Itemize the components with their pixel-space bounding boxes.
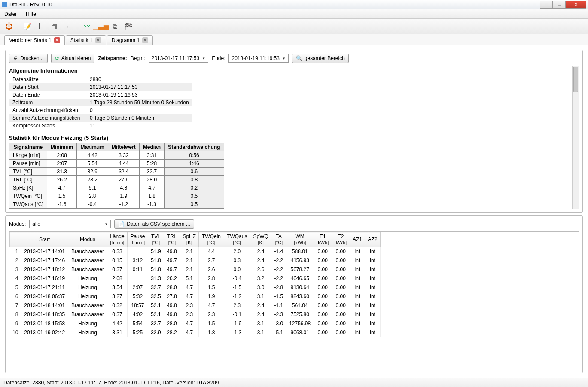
grid-cell: 2.4 xyxy=(250,301,271,310)
tab-1[interactable]: Statistik 1✕ xyxy=(66,35,106,45)
grid-cell: 1 xyxy=(10,247,21,256)
grid-cell: 2.3 xyxy=(180,310,199,319)
grid-header[interactable]: Pause[h:min] xyxy=(128,232,148,247)
stats-cell: 4.7 xyxy=(139,184,164,192)
status-text: Datensätze: 2880, Start: 2013-01-17 11:1… xyxy=(3,380,219,386)
maximize-button[interactable]: ▭ xyxy=(553,1,566,9)
stats-cell: TWQein [°C] xyxy=(9,192,47,200)
grid-cell: 3:27 xyxy=(107,292,127,301)
grid-cell: 3:54 xyxy=(107,283,127,292)
grid-cell: 0.00 xyxy=(332,283,350,292)
modus-label: Modus: xyxy=(9,221,26,227)
timespan-label: Zeitspanne: xyxy=(98,55,127,61)
grid-cell: 2:07 xyxy=(128,283,148,292)
data-grid-wrap[interactable]: StartModusLänge[h:min]Pause[h:min]TVL[°C… xyxy=(9,231,579,369)
tab-close-icon[interactable]: ✕ xyxy=(142,37,148,43)
stats-cell: 0:56 xyxy=(165,151,224,160)
stats-cell: 4.7 xyxy=(47,184,77,192)
grid-header[interactable]: AZ1 xyxy=(350,232,365,247)
grid-cell: Heizung xyxy=(68,274,107,283)
grid-cell: 2 xyxy=(10,256,21,265)
csv-export-button[interactable]: 📄Daten als CSV speichern ... xyxy=(114,219,194,229)
grid-cell: 4.7 xyxy=(180,292,199,301)
edit-document-icon[interactable]: 📝 xyxy=(22,21,33,32)
table-row[interactable]: 92013-01-18 15:58Heizung4:425:5432.728.0… xyxy=(10,319,381,328)
print-button[interactable]: 🖨Drucken... xyxy=(9,54,48,63)
trash-icon[interactable]: 🗑 xyxy=(49,21,61,32)
waveform-icon[interactable]: 〰 xyxy=(82,21,93,32)
grid-header[interactable]: E2[kWh] xyxy=(332,232,350,247)
info-row: Kompressor Starts11 xyxy=(9,122,192,130)
modus-select[interactable]: alle▼ xyxy=(29,220,111,228)
grid-cell: inf xyxy=(365,328,381,337)
grid-header[interactable]: WM[kWh] xyxy=(286,232,314,247)
barchart-icon[interactable]: ▁▃▅ xyxy=(95,21,107,32)
tab-close-icon[interactable]: ✕ xyxy=(54,37,60,43)
full-range-button[interactable]: 🔍gesamter Bereich xyxy=(292,54,349,63)
grid-header[interactable] xyxy=(10,232,21,247)
grid-cell: 0:32 xyxy=(107,301,127,310)
table-row[interactable]: 82013-01-18 18:35Brauchwasser0:374:0252.… xyxy=(10,310,381,319)
table-row[interactable]: 52013-01-17 21:11Heizung3:542:0732.728.0… xyxy=(10,283,381,292)
table-row[interactable]: 22013-01-17 17:46Brauchwasser0:153:1251.… xyxy=(10,256,381,265)
grid-header[interactable]: Modus xyxy=(68,232,107,247)
table-row[interactable]: 72013-01-18 14:01Brauchwasser0:3218:5752… xyxy=(10,301,381,310)
flag-icon[interactable]: 🏁 xyxy=(123,21,134,32)
stats-cell: -1.3 xyxy=(139,200,164,209)
table-row[interactable]: 12013-01-17 14:01Brauchwasser0:3351.949.… xyxy=(10,247,381,256)
grid-header[interactable]: TRL[°C] xyxy=(164,232,180,247)
menu-file[interactable]: Datei xyxy=(3,10,18,18)
stats-header: Minimum xyxy=(47,143,77,151)
stats-header: Maximum xyxy=(77,143,108,151)
database-icon[interactable]: 🗄 xyxy=(36,21,47,32)
grid-cell: 0.00 xyxy=(314,310,332,319)
tab-2[interactable]: Diagramm 1✕ xyxy=(107,35,153,45)
grid-header[interactable]: SpHZ[K] xyxy=(180,232,199,247)
printer-icon: 🖨 xyxy=(13,55,18,61)
stats-cell: -1.2 xyxy=(108,200,139,209)
grid-cell: 4.7 xyxy=(180,283,199,292)
grid-cell: 3.1 xyxy=(250,328,271,337)
grid-cell: 5.1 xyxy=(180,274,199,283)
power-icon[interactable]: ⏻ xyxy=(3,21,15,32)
table-row[interactable]: 42013-01-17 16:19Heizung2:0831.326.25.12… xyxy=(10,274,381,283)
close-button[interactable]: ✕ xyxy=(566,1,586,9)
info-key: Summe Aufzeichnungslücken xyxy=(9,114,86,122)
stats-header: Median xyxy=(139,143,164,151)
end-datetime-dropdown[interactable]: 2013-01-19 11:16:53▼ xyxy=(228,54,288,63)
grid-header[interactable]: E1[kWh] xyxy=(314,232,332,247)
newtab-icon[interactable]: ⧉ xyxy=(109,21,120,32)
grid-cell: 52.1 xyxy=(148,301,164,310)
grid-header[interactable]: TA[°C] xyxy=(271,232,286,247)
grid-cell: -1.3 xyxy=(224,328,250,337)
tab-label: Statistik 1 xyxy=(70,37,93,43)
grid-header[interactable]: SpWQ[K] xyxy=(250,232,271,247)
table-row[interactable]: 102013-01-19 02:42Heizung3:315:2532.928.… xyxy=(10,328,381,337)
grid-header[interactable]: TWQaus[°C] xyxy=(224,232,250,247)
stats-cell: TRL [°C] xyxy=(9,176,47,184)
grid-header[interactable]: AZ2 xyxy=(365,232,381,247)
info-row: Datensätze2880 xyxy=(9,76,192,83)
grid-header[interactable]: Länge[h:min] xyxy=(107,232,127,247)
range-icon[interactable]: ↔ xyxy=(63,21,74,32)
grid-header[interactable]: TWQein[°C] xyxy=(199,232,224,247)
vertical-scrollbar[interactable] xyxy=(572,66,579,209)
grid-header[interactable]: TVL[°C] xyxy=(148,232,164,247)
grid-cell: 0.00 xyxy=(314,283,332,292)
grid-cell: 5678.27 xyxy=(286,265,314,274)
grid-cell: 2.7 xyxy=(199,256,224,265)
minimize-button[interactable]: — xyxy=(540,1,553,9)
table-row[interactable]: 32013-01-17 18:12Brauchwasser0:370:1151.… xyxy=(10,265,381,274)
tab-0[interactable]: Verdichter Starts 1✕ xyxy=(4,35,65,45)
menu-help[interactable]: Hilfe xyxy=(24,10,38,18)
grid-cell: 2.3 xyxy=(224,301,250,310)
stats-row: TWQaus [°C]-1.6-0.4-1.2-1.30.5 xyxy=(9,200,224,209)
grid-cell: 49.8 xyxy=(164,310,180,319)
grid-cell: 27.8 xyxy=(164,292,180,301)
tab-close-icon[interactable]: ✕ xyxy=(95,37,101,43)
begin-datetime-dropdown[interactable]: 2013-01-17 11:17:53▼ xyxy=(149,54,208,63)
info-value: 11 xyxy=(86,122,192,130)
table-row[interactable]: 62013-01-18 06:37Heizung3:275:3232.527.8… xyxy=(10,292,381,301)
refresh-button[interactable]: ⟳Aktualisieren xyxy=(51,54,95,63)
grid-header[interactable]: Start xyxy=(21,232,68,247)
